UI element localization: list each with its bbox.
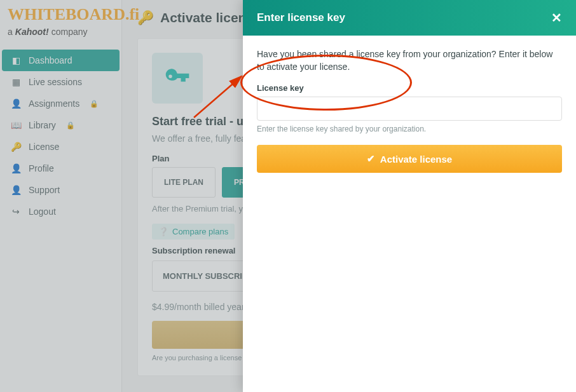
license-key-input[interactable] [257, 97, 562, 121]
tagline: a Kahoot! company [8, 27, 114, 37]
activate-license-button[interactable]: ✔ Activate license [257, 145, 562, 173]
check-icon: ✔ [367, 153, 375, 165]
license-key-label: License key [257, 83, 562, 93]
sidebar-item-dashboard[interactable]: ◧ Dashboard [2, 50, 120, 71]
license-key-modal: Enter license key ✕ Have you been shared… [243, 0, 576, 392]
nav-list: ◧ Dashboard ▦ Live sessions 👤 Assignment… [0, 50, 121, 222]
license-key-helper: Enter the license key shared by your org… [257, 125, 562, 133]
close-icon[interactable]: ✕ [551, 10, 562, 25]
logout-icon: ↪ [11, 206, 21, 217]
lock-icon: 🔒 [90, 100, 99, 108]
key-icon: 🔑 [11, 142, 21, 152]
sidebar-item-license[interactable]: 🔑 License [2, 136, 120, 158]
kahoot-logo: Kahoot! [15, 27, 49, 37]
person-icon: 👤 [11, 163, 21, 173]
modal-header: Enter license key ✕ [243, 0, 576, 36]
dashboard-icon: ◧ [11, 55, 21, 65]
compare-plans-link[interactable]: ❔ Compare plans [152, 224, 235, 240]
logo: WHITEBOARD.fi [8, 6, 114, 23]
lite-plan-button[interactable]: LITE PLAN [152, 167, 216, 198]
sidebar-item-assignments[interactable]: 👤 Assignments 🔒 [2, 93, 120, 114]
grid-icon: ▦ [11, 77, 21, 87]
sidebar-item-logout[interactable]: ↪ Logout [2, 201, 120, 222]
sidebar-item-support[interactable]: 👤 Support [2, 179, 120, 201]
lock-icon: 🔒 [66, 121, 75, 130]
question-icon: ❔ [158, 227, 168, 236]
modal-intro: Have you been shared a license key from … [257, 48, 562, 73]
brand-block: WHITEBOARD.fi a Kahoot! company [0, 4, 121, 46]
book-icon: 📖 [11, 120, 21, 130]
sidebar-item-library[interactable]: 📖 Library 🔒 [2, 114, 120, 136]
sidebar-item-live-sessions[interactable]: ▦ Live sessions [2, 71, 120, 93]
modal-title: Enter license key [257, 11, 345, 24]
sidebar: WHITEBOARD.fi a Kahoot! company ◧ Dashbo… [0, 0, 122, 392]
key-icon: 🔑 [137, 10, 154, 25]
key-illustration [152, 53, 203, 104]
user-icon: 👤 [11, 98, 21, 109]
person-icon: 👤 [11, 185, 21, 195]
sidebar-item-profile[interactable]: 👤 Profile [2, 158, 120, 179]
